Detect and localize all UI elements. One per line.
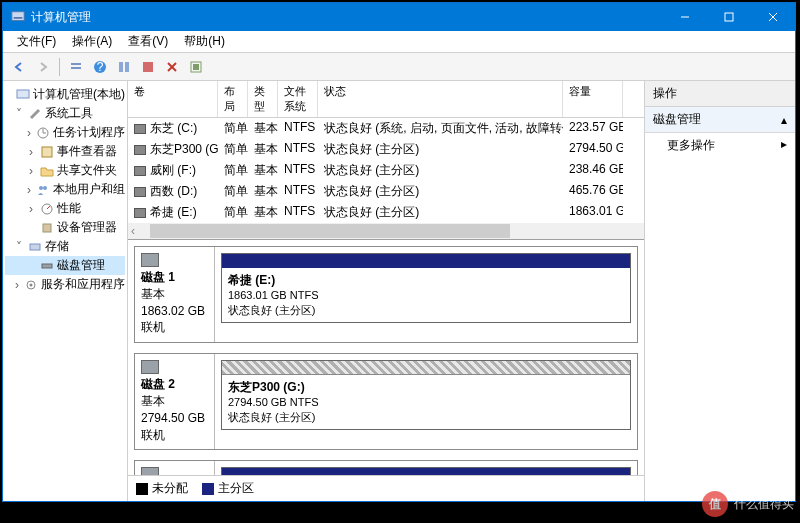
volume-layout: 简单 xyxy=(218,119,248,138)
actions-pane: 操作 磁盘管理▴ 更多操作▸ xyxy=(645,81,795,501)
close-button[interactable] xyxy=(751,3,795,31)
disk-size: 1863.02 GB xyxy=(141,303,208,320)
volume-type: 基本 xyxy=(248,140,278,159)
volume-row[interactable]: 希捷 (E:)简单基本NTFS状态良好 (主分区)1863.01 GB xyxy=(128,202,644,223)
volume-row[interactable]: 东芝 (C:)简单基本NTFS状态良好 (系统, 启动, 页面文件, 活动, 故… xyxy=(128,118,644,139)
volume-row[interactable]: 东芝P300 (G:)简单基本NTFS状态良好 (主分区)2794.50 GB xyxy=(128,139,644,160)
tree-root[interactable]: 计算机管理(本地) xyxy=(5,85,125,104)
volume-icon xyxy=(134,187,146,197)
window-title: 计算机管理 xyxy=(31,9,663,26)
tree-storage[interactable]: ˅存储 xyxy=(5,237,125,256)
disk-icon xyxy=(141,467,159,475)
volume-type: 基本 xyxy=(248,119,278,138)
svg-rect-19 xyxy=(42,147,52,157)
disk-icon xyxy=(141,253,159,267)
volume-fs: NTFS xyxy=(278,119,318,138)
volume-name: 西数 (D:) xyxy=(150,184,197,198)
device-icon xyxy=(40,221,54,235)
volume-row[interactable]: 威刚 (F:)简单基本NTFS状态良好 (主分区)238.46 GB xyxy=(128,160,644,181)
menu-view[interactable]: 查看(V) xyxy=(120,31,176,52)
disk-graphical-view[interactable]: 磁盘 1基本1863.02 GB联机希捷 (E:)1863.01 GB NTFS… xyxy=(128,240,644,475)
disk-size: 2794.50 GB xyxy=(141,410,208,427)
tree-device-manager[interactable]: 设备管理器 xyxy=(5,218,125,237)
partition[interactable]: 东芝P300 (G:)2794.50 GB NTFS状态良好 (主分区) xyxy=(221,360,631,430)
actions-section[interactable]: 磁盘管理▴ xyxy=(645,107,795,133)
disk-label: 磁盘 2 xyxy=(141,376,208,393)
disk-row[interactable]: 磁盘 1基本1863.02 GB联机希捷 (E:)1863.01 GB NTFS… xyxy=(134,246,638,343)
col-type[interactable]: 类型 xyxy=(248,81,278,117)
disk-state: 联机 xyxy=(141,427,208,444)
col-volume[interactable]: 卷 xyxy=(128,81,218,117)
title-bar[interactable]: 计算机管理 xyxy=(3,3,795,31)
disk-row[interactable]: 磁盘 3基本465.76 GB联机西数 (D:)465.76 GB NTFS状态… xyxy=(134,460,638,475)
tree-disk-management[interactable]: 磁盘管理 xyxy=(5,256,125,275)
tree-label: 事件查看器 xyxy=(57,143,117,160)
volume-status: 状态良好 (主分区) xyxy=(318,161,563,180)
disk-info: 磁盘 1基本1863.02 GB联机 xyxy=(135,247,215,342)
view-button[interactable] xyxy=(66,57,86,77)
refresh-icon[interactable] xyxy=(114,57,134,77)
disk-label: 磁盘 1 xyxy=(141,269,208,286)
disk-icon xyxy=(141,360,159,374)
storage-icon xyxy=(28,240,42,254)
partition-bar xyxy=(222,254,630,268)
col-layout[interactable]: 布局 xyxy=(218,81,248,117)
actions-more-label: 更多操作 xyxy=(667,137,715,154)
legend-swatch-unallocated xyxy=(136,483,148,495)
back-button[interactable] xyxy=(9,57,29,77)
nav-tree[interactable]: 计算机管理(本地) ˅系统工具 ›任务计划程序 ›事件查看器 ›共享文件夹 ›本… xyxy=(3,81,128,501)
svg-point-27 xyxy=(30,283,33,286)
collapse-icon: ▴ xyxy=(781,113,787,127)
event-icon xyxy=(40,145,54,159)
volume-row[interactable]: 西数 (D:)简单基本NTFS状态良好 (主分区)465.76 GB xyxy=(128,181,644,202)
tree-shared-folders[interactable]: ›共享文件夹 xyxy=(5,161,125,180)
menu-action[interactable]: 操作(A) xyxy=(64,31,120,52)
tree-label: 计算机管理(本地) xyxy=(33,86,125,103)
tree-task-scheduler[interactable]: ›任务计划程序 xyxy=(5,123,125,142)
tools-icon xyxy=(28,107,42,121)
center-pane: 卷 布局 类型 文件系统 状态 容量 东芝 (C:)简单基本NTFS状态良好 (… xyxy=(128,81,645,501)
volume-type: 基本 xyxy=(248,203,278,222)
partition[interactable]: 西数 (D:)465.76 GB NTFS状态良好 (主分区) xyxy=(221,467,631,475)
chevron-right-icon: ▸ xyxy=(781,137,787,154)
menu-help[interactable]: 帮助(H) xyxy=(176,31,233,52)
watermark-badge: 值 xyxy=(702,491,728,517)
svg-rect-0 xyxy=(12,12,24,21)
tree-label: 共享文件夹 xyxy=(57,162,117,179)
delete-icon[interactable] xyxy=(162,57,182,77)
menu-file[interactable]: 文件(F) xyxy=(9,31,64,52)
svg-rect-1 xyxy=(14,17,23,19)
col-status[interactable]: 状态 xyxy=(318,81,563,117)
svg-rect-11 xyxy=(125,62,129,72)
volume-name: 东芝 (C:) xyxy=(150,121,197,135)
volume-header[interactable]: 卷 布局 类型 文件系统 状态 容量 xyxy=(128,81,644,118)
save-icon[interactable] xyxy=(138,57,158,77)
tree-label: 存储 xyxy=(45,238,69,255)
h-scrollbar[interactable]: ‹ xyxy=(128,223,644,239)
maximize-button[interactable] xyxy=(707,3,751,31)
col-capacity[interactable]: 容量 xyxy=(563,81,623,117)
svg-rect-6 xyxy=(71,63,81,65)
actions-more[interactable]: 更多操作▸ xyxy=(645,133,795,158)
disk-row[interactable]: 磁盘 2基本2794.50 GB联机东芝P300 (G:)2794.50 GB … xyxy=(134,353,638,450)
minimize-button[interactable] xyxy=(663,3,707,31)
app-window: 计算机管理 文件(F) 操作(A) 查看(V) 帮助(H) ? 计算机管理(本地… xyxy=(2,2,796,502)
tree-performance[interactable]: ›性能 xyxy=(5,199,125,218)
svg-point-21 xyxy=(43,186,47,190)
tree-system-tools[interactable]: ˅系统工具 xyxy=(5,104,125,123)
volume-list[interactable]: 卷 布局 类型 文件系统 状态 容量 东芝 (C:)简单基本NTFS状态良好 (… xyxy=(128,81,644,240)
volume-layout: 简单 xyxy=(218,161,248,180)
computer-icon xyxy=(16,88,30,102)
help-icon[interactable]: ? xyxy=(90,57,110,77)
tree-local-users[interactable]: ›本地用户和组 xyxy=(5,180,125,199)
tree-label: 设备管理器 xyxy=(57,219,117,236)
tree-event-viewer[interactable]: ›事件查看器 xyxy=(5,142,125,161)
forward-button[interactable] xyxy=(33,57,53,77)
partition-text: 东芝P300 (G:)2794.50 GB NTFS状态良好 (主分区) xyxy=(222,375,630,429)
volume-capacity: 1863.01 GB xyxy=(563,203,623,222)
col-fs[interactable]: 文件系统 xyxy=(278,81,318,117)
partition[interactable]: 希捷 (E:)1863.01 GB NTFS状态良好 (主分区) xyxy=(221,253,631,323)
volume-status: 状态良好 (主分区) xyxy=(318,140,563,159)
properties-icon[interactable] xyxy=(186,57,206,77)
tree-services-apps[interactable]: ›服务和应用程序 xyxy=(5,275,125,294)
